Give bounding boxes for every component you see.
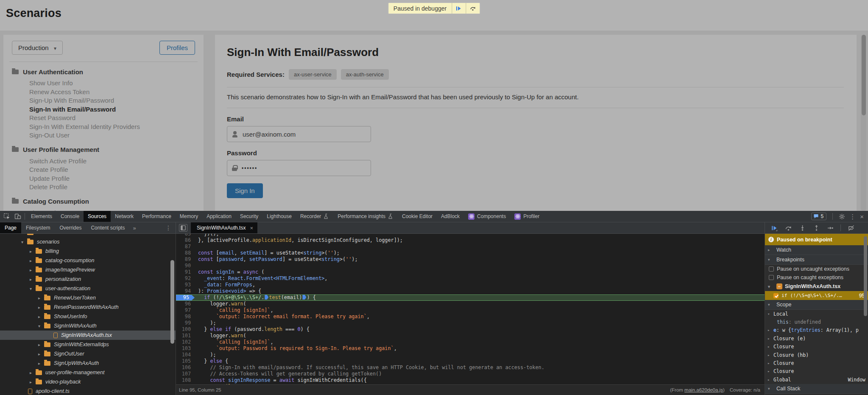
devtools-tab-components[interactable]: Components bbox=[464, 211, 510, 222]
line-number[interactable]: 92 bbox=[176, 275, 195, 282]
code-line[interactable]: 106 // Sign-In with email/password. If s… bbox=[176, 364, 765, 371]
sidebar-item-show-user-info[interactable]: Show User Info bbox=[12, 79, 195, 88]
tree-item-scenarios[interactable]: ▾scenarios bbox=[0, 237, 176, 247]
devtools-tab-console[interactable]: Console bbox=[56, 211, 84, 222]
line-number[interactable]: 108 bbox=[176, 377, 195, 384]
source-map-link[interactable]: main.a620de0a.js bbox=[684, 387, 723, 392]
devtools-tab-lighthouse[interactable]: Lighthouse bbox=[262, 211, 296, 222]
step-into-icon[interactable] bbox=[797, 223, 808, 233]
sidebar-item-reset-password[interactable]: Reset Password bbox=[12, 114, 195, 123]
code-line[interactable]: 109 email, bbox=[176, 384, 765, 384]
scope-row-closure-hb-[interactable]: ▸Closure (hb) bbox=[765, 351, 868, 359]
tree-item-apollo-client-ts[interactable]: apollo-client.ts bbox=[0, 387, 176, 395]
line-number[interactable]: 94 bbox=[176, 288, 195, 294]
line-number[interactable]: 101 bbox=[176, 333, 195, 339]
tree-item-billing[interactable]: ▸billing bbox=[0, 247, 176, 256]
settings-gear-icon[interactable] bbox=[839, 213, 845, 220]
step-over-icon[interactable] bbox=[783, 223, 794, 233]
line-number[interactable]: 86 bbox=[176, 237, 195, 244]
watch-section-header[interactable]: ▸ Watch bbox=[765, 245, 868, 255]
sidebar-item-delete-profile[interactable]: Delete Profile bbox=[12, 183, 195, 192]
scope-row-closure[interactable]: ▸Closure bbox=[765, 343, 868, 351]
code-line[interactable]: 89const [password, setPassword] = useSta… bbox=[176, 256, 765, 263]
code-line[interactable]: 99 ); bbox=[176, 320, 765, 326]
tree-item-resetpasswordwithaxauth[interactable]: ▸ResetPasswordWithAxAuth bbox=[0, 303, 176, 312]
email-input[interactable] bbox=[243, 131, 366, 138]
tree-item-signinwithaxauth[interactable]: ▾SignInWithAxAuth bbox=[0, 321, 176, 331]
devtools-tab-security[interactable]: Security bbox=[236, 211, 262, 222]
line-number[interactable]: 103 bbox=[176, 345, 195, 352]
tree-item-image-imagepreview[interactable]: ▸image/ImagePreview bbox=[0, 265, 176, 275]
devtools-tab-application[interactable]: Application bbox=[202, 211, 236, 222]
inline-breakpoint-icon[interactable] bbox=[265, 295, 268, 300]
devtools-tab-cookie-editor[interactable]: Cookie Editor bbox=[398, 211, 437, 222]
tree-item-catalog-consumption[interactable]: ▸catalog-consumption bbox=[0, 256, 176, 265]
code-line[interactable]: 93 _data: FormProps, bbox=[176, 282, 765, 288]
panel-scrollbar[interactable] bbox=[864, 236, 867, 316]
code-line[interactable]: 92 _event: React.FormEvent<HTMLFormEleme… bbox=[176, 275, 765, 282]
tree-item-signinwithaxauth-tsx[interactable]: SignInWithAxAuth.tsx bbox=[0, 331, 176, 340]
devtools-tab-profiler[interactable]: Profiler bbox=[510, 211, 544, 222]
sidebar-item-sign-up-with-email-password[interactable]: Sign-Up With Email/Password bbox=[12, 96, 195, 105]
code-line[interactable]: 87 bbox=[176, 244, 765, 250]
scope-row-closure[interactable]: ▸Closure bbox=[765, 367, 868, 375]
line-number[interactable]: 93 bbox=[176, 282, 195, 288]
line-number[interactable]: 109 bbox=[176, 384, 195, 384]
code-line[interactable]: 88const [email, setEmail] = useState<str… bbox=[176, 250, 765, 256]
password-input[interactable] bbox=[242, 165, 366, 171]
code-line[interactable]: 104 ); bbox=[176, 352, 765, 358]
devtools-tab-recorder[interactable]: Recorder bbox=[296, 211, 333, 222]
code-line[interactable]: 95 if (!/\S+@\S+\.\S+/.test(email)) { bbox=[176, 294, 765, 301]
line-number[interactable]: 104 bbox=[176, 352, 195, 358]
hide-navigator-icon[interactable] bbox=[179, 224, 187, 232]
code-line[interactable]: 97 `calling [signIn]`, bbox=[176, 307, 765, 314]
line-number[interactable]: 87 bbox=[176, 244, 195, 250]
code-line[interactable]: 86}, [activeProfile.applicationId, isDir… bbox=[176, 237, 765, 244]
line-number[interactable]: 91 bbox=[176, 269, 195, 275]
sidebar-item-sign-out-user[interactable]: Sign-Out User bbox=[12, 131, 195, 140]
breakpoint-file-group[interactable]: ▾ ‹› SignInWithAxAuth.tsx bbox=[765, 282, 868, 291]
line-number[interactable]: 97 bbox=[176, 307, 195, 314]
code-line[interactable]: 103 `output: Password is required to Sig… bbox=[176, 345, 765, 352]
line-number[interactable]: 99 bbox=[176, 320, 195, 326]
tree-item-signupwithaxauth[interactable]: ▸SignUpWithAxAuth bbox=[0, 359, 176, 368]
navigator-tab-filesystem[interactable]: Filesystem bbox=[21, 222, 55, 233]
profiles-button[interactable]: Profiles bbox=[159, 41, 195, 55]
inspect-element-icon[interactable] bbox=[3, 213, 10, 220]
tree-item-video-playback[interactable]: ▸video-playback bbox=[0, 377, 176, 387]
line-number[interactable]: 90 bbox=[176, 263, 195, 269]
device-toolbar-icon[interactable] bbox=[14, 213, 21, 220]
tree-item-user-profile-management[interactable]: ▸user-profile-management bbox=[0, 368, 176, 377]
line-number[interactable]: 96 bbox=[176, 301, 195, 307]
resume-script-icon[interactable] bbox=[452, 3, 466, 14]
scope-row-global[interactable]: ▸GlobalWindow bbox=[765, 375, 868, 384]
line-number[interactable]: 89 bbox=[176, 256, 195, 263]
issues-counter[interactable]: 5 bbox=[811, 213, 827, 220]
step-icon[interactable] bbox=[825, 223, 836, 233]
code-line[interactable]: 107 // Access-Tokens will get generated … bbox=[176, 371, 765, 377]
call-stack-section-header[interactable]: ▾ Call Stack bbox=[765, 384, 868, 394]
close-tab-icon[interactable]: × bbox=[250, 225, 253, 231]
breakpoints-section-header[interactable]: ▾ Breakpoints bbox=[765, 255, 868, 265]
sidebar-item-switch-active-profile[interactable]: Switch Active Profile bbox=[12, 157, 195, 166]
tree-item-personalization[interactable]: ▸personalization bbox=[0, 275, 176, 284]
breakpoint-marker[interactable]: 95 bbox=[176, 295, 195, 300]
line-number[interactable]: 107 bbox=[176, 371, 195, 377]
tree-item-partial[interactable] bbox=[0, 234, 176, 237]
scope-row-local[interactable]: ▾Local bbox=[765, 310, 868, 318]
breakpoint-entry[interactable]: if (!/\S+@\S+\.\S+/.… 95 bbox=[765, 291, 868, 300]
navigator-menu-icon[interactable]: ⋮ bbox=[161, 222, 176, 233]
scope-row-closure-e-[interactable]: ▸Closure (e) bbox=[765, 334, 868, 342]
checkbox-unchecked[interactable] bbox=[769, 266, 774, 272]
code-line[interactable]: 96 logger.warn( bbox=[176, 301, 765, 307]
sidebar-item-create-profile[interactable]: Create Profile bbox=[12, 165, 195, 174]
line-number[interactable]: 85 bbox=[176, 234, 195, 237]
navigator-scrollbar[interactable] bbox=[170, 260, 174, 344]
tree-item-signoutuser[interactable]: ▸SignOutUser bbox=[0, 349, 176, 359]
code-line[interactable]: 101 logger.warn( bbox=[176, 333, 765, 339]
navigator-tab-page[interactable]: Page bbox=[0, 222, 21, 233]
exception-checkbox-row[interactable]: Pause on uncaught exceptions bbox=[765, 265, 868, 273]
line-number[interactable]: 100 bbox=[176, 326, 195, 333]
step-out-icon[interactable] bbox=[811, 223, 822, 233]
code-line[interactable]: 98 `output: Incorrect email format. Plea… bbox=[176, 314, 765, 320]
